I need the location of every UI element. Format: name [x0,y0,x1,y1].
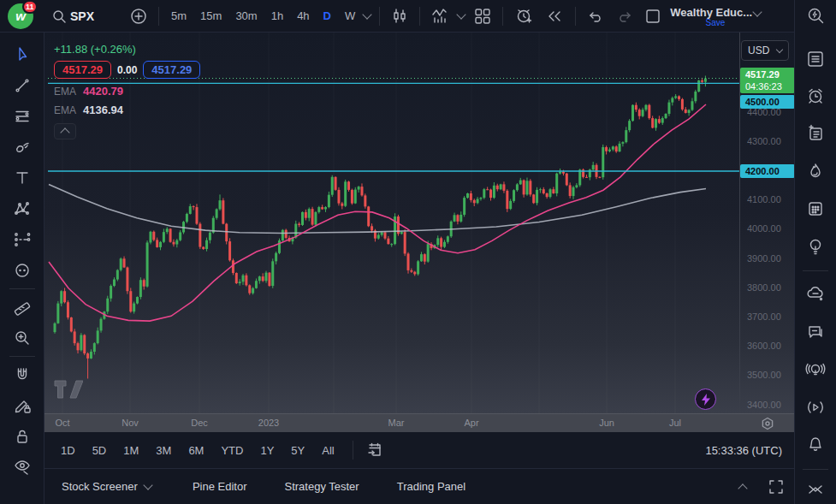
flash-boost-button[interactable] [695,388,716,410]
tab-stock-screener[interactable]: Stock Screener [62,480,155,493]
brush-tool[interactable] [6,132,39,163]
lock-all-drawings[interactable] [6,421,39,452]
range-button-5D[interactable]: 5D [86,441,113,460]
magnet-mode[interactable] [6,359,39,390]
timeframe-group: 5m15m30m1h4hDW [164,0,362,32]
save-layout-widget[interactable]: Wealthy Educ... Save [667,0,768,33]
object-tree-partial-icon [806,484,825,495]
candle-body [486,189,489,190]
ema-legend-row[interactable]: EMA 4420.79 [54,85,200,98]
emoji-tool[interactable] [6,255,39,286]
sell-button[interactable]: 4517.29 [54,61,111,79]
measure-tool[interactable] [6,292,39,323]
candle-body [410,270,412,272]
cursor-tool[interactable] [6,39,39,70]
candle-body [628,121,631,130]
live-ideas-button[interactable] [800,355,831,384]
notifications-button[interactable] [800,430,831,460]
timeframe-button-D[interactable]: D [317,4,338,28]
tab-strategy-tester[interactable]: Strategy Tester [284,480,359,493]
candle-body [489,190,492,199]
compare-add-button[interactable] [124,4,153,28]
go-to-date-button[interactable] [360,438,389,462]
layout-grid-button[interactable] [468,4,497,28]
clock-utc[interactable]: 15:33:36 (UTC) [705,444,782,457]
calendar-button[interactable] [800,194,831,223]
bar-replay-button[interactable] [539,4,570,28]
tab-trading-panel[interactable]: Trading Panel [397,480,465,493]
bottom-partial-icon[interactable] [800,475,831,504]
symbol-search-button[interactable]: SPX [39,4,100,28]
indicators-icon [431,8,450,25]
undo-button[interactable] [581,4,610,28]
candle-body [585,177,588,178]
notes-button[interactable] [800,119,831,148]
price-tick-3900: 3900.00 [747,253,781,264]
range-button-6M[interactable]: 6M [182,441,210,460]
chevron-down-icon[interactable] [457,9,466,19]
timeframe-button-W[interactable]: W [338,4,362,28]
candle-body [255,281,258,288]
candle-body [532,194,535,203]
trend-line-tool[interactable] [6,70,39,101]
ema-slow-line[interactable] [49,184,706,233]
buy-button[interactable]: 4517.29 [143,61,200,79]
redo-button[interactable] [610,4,639,28]
candle-body [262,276,264,281]
streams-button[interactable] [800,393,831,422]
ema-legend-row[interactable]: EMA 4136.94 [54,104,200,116]
alerts-button[interactable] [800,82,831,111]
candle-body [328,195,330,207]
save-button[interactable]: Save [706,18,726,27]
ideas-button[interactable] [800,232,831,261]
currency-select[interactable]: USD [741,40,789,61]
layout-select-button[interactable] [639,4,667,28]
timeframe-button-30m[interactable]: 30m [228,4,264,28]
tab-pine-editor[interactable]: Pine Editor [193,480,247,493]
timeframe-button-15m[interactable]: 15m [193,4,228,28]
minds-button[interactable] [800,280,831,309]
timeframe-button-5m[interactable]: 5m [164,4,193,28]
chevron-down-icon[interactable] [363,9,372,19]
watchlist-button[interactable] [800,44,831,74]
range-button-1Y[interactable]: 1Y [254,441,280,460]
chart-settings-gear-icon[interactable] [761,417,774,430]
stay-in-drawing-mode[interactable] [6,390,39,421]
range-button-3M[interactable]: 3M [150,441,177,460]
hotlists-button[interactable] [800,157,831,186]
create-alert-button[interactable] [508,4,539,28]
hide-drawings[interactable] [6,452,39,483]
toolbar-separator [575,7,576,26]
candle-body [516,184,519,190]
sidebar-divider [803,469,828,470]
forecast-tool[interactable] [6,224,39,255]
time-axis[interactable]: OctNovDec2023MarAprJunJul [44,413,794,432]
zoom-in-tool[interactable] [6,323,39,353]
zoom-in-icon [14,329,31,347]
range-button-5Y[interactable]: 5Y [285,441,311,460]
candle-body [152,232,155,240]
fullscreen-button[interactable] [768,479,784,495]
quick-search-button[interactable] [800,2,831,31]
chat-button[interactable] [800,317,831,347]
chart-pane[interactable]: +11.88 (+0.26%) 4517.29 0.00 4517.29 EMA… [44,33,794,432]
timeframe-button-4h[interactable]: 4h [290,4,316,28]
range-button-YTD[interactable]: YTD [215,441,249,460]
price-scale[interactable]: 4517.29 04:36:23 4500.00 4200.00 4400.00… [739,33,794,413]
chart-style-button[interactable] [385,4,414,28]
candle-body [100,319,103,331]
timeframe-button-1h[interactable]: 1h [264,4,290,28]
text-tool[interactable] [6,163,39,193]
range-button-1D[interactable]: 1D [55,441,81,460]
fib-retracement-tool[interactable] [6,101,39,132]
legend-collapse-button[interactable] [54,123,76,139]
candle-body [67,302,69,317]
minds-cloud-icon [805,285,826,304]
indicators-button[interactable] [425,4,456,28]
candle-body [268,273,270,286]
pattern-tool[interactable] [6,193,39,224]
logo[interactable]: w 11 [0,0,39,33]
range-button-All[interactable]: All [316,441,340,460]
range-button-1M[interactable]: 1M [117,441,145,460]
panel-expand-button[interactable] [738,482,750,492]
